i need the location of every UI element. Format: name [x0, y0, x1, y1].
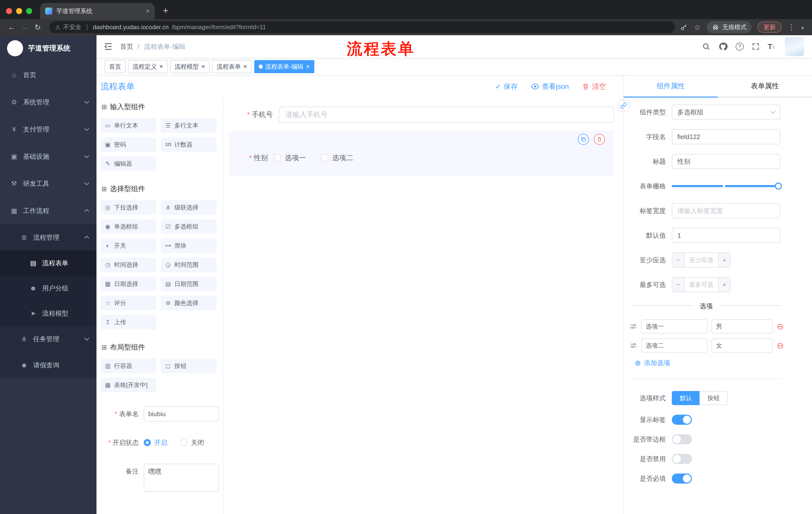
- plus-button[interactable]: +: [718, 278, 730, 292]
- sidebar-item-system[interactable]: ⚙ 系统管理: [0, 88, 96, 116]
- component-counter[interactable]: 123 计数器: [161, 137, 216, 152]
- remove-option-icon[interactable]: [777, 322, 784, 331]
- max-select-placeholder[interactable]: 最多可选: [685, 278, 718, 292]
- form-canvas[interactable]: 手机号: [224, 98, 623, 514]
- view-json-button[interactable]: 查看json: [531, 82, 569, 91]
- breadcrumb-home[interactable]: 首页: [120, 42, 133, 51]
- drag-handle-icon[interactable]: [630, 323, 637, 330]
- form-grid-slider[interactable]: [672, 179, 780, 194]
- search-icon[interactable]: [702, 42, 710, 51]
- clear-button[interactable]: 清空: [582, 82, 606, 91]
- component-table[interactable]: ▦ 表格[开发中]: [100, 378, 156, 392]
- component-password[interactable]: ▣ 密码: [100, 137, 156, 152]
- avatar[interactable]: [785, 37, 804, 56]
- sidebar-item-workflow[interactable]: ▦ 工作流程: [0, 197, 96, 224]
- min-select-placeholder[interactable]: 至少应选: [685, 253, 718, 267]
- fullscreen-icon[interactable]: [752, 43, 760, 51]
- style-default-button[interactable]: 默认: [672, 391, 699, 405]
- option-label-input[interactable]: [641, 339, 707, 353]
- component-rate[interactable]: ☆ 评分: [100, 296, 156, 310]
- component-editor[interactable]: ✎ 编辑器: [100, 156, 156, 171]
- forward-button[interactable]: [18, 21, 31, 34]
- label-width-input[interactable]: [672, 203, 780, 218]
- component-select[interactable]: ◎ 下拉选择: [100, 200, 156, 215]
- browser-update-button[interactable]: 更新: [757, 22, 782, 33]
- close-icon[interactable]: [159, 63, 163, 70]
- component-button[interactable]: ◻ 按钮: [161, 359, 216, 373]
- component-time-picker[interactable]: ◷ 时间选择: [100, 258, 156, 272]
- phone-field-input[interactable]: [279, 107, 614, 123]
- drag-handle-icon[interactable]: [630, 342, 637, 349]
- copy-field-button[interactable]: [578, 134, 589, 145]
- form-remark-textarea[interactable]: 嘿嘿: [144, 464, 219, 492]
- component-date-range[interactable]: ▤ 日期范围: [161, 277, 216, 291]
- component-radio-group[interactable]: ◉ 单选框组: [100, 219, 156, 234]
- window-close-button[interactable]: [6, 8, 12, 14]
- border-switch[interactable]: [672, 434, 692, 444]
- save-button[interactable]: 保存: [495, 82, 518, 91]
- component-switch[interactable]: ◐ 开关: [100, 238, 156, 253]
- sidebar-item-devtools[interactable]: ⚒ 研发工具: [0, 170, 96, 197]
- sidebar-item-infra[interactable]: ▣ 基础设施: [0, 143, 96, 170]
- canvas-field-gender-selected[interactable]: 性别 选项一 选项二: [229, 131, 614, 176]
- sidebar-item-task-mgmt[interactable]: ⋔ 任务管理: [0, 326, 96, 352]
- status-radio-on[interactable]: 开启: [144, 438, 167, 447]
- tab-form-props[interactable]: 表单属性: [718, 76, 812, 97]
- form-name-input[interactable]: [144, 406, 219, 422]
- component-checkbox-group[interactable]: ☑ 多选框组: [161, 219, 216, 234]
- tab-close-icon[interactable]: ×: [146, 7, 150, 15]
- minus-button[interactable]: −: [672, 253, 685, 267]
- option-value-input[interactable]: [712, 319, 773, 333]
- close-icon[interactable]: [243, 63, 247, 70]
- help-icon[interactable]: [736, 43, 744, 51]
- field-name-input[interactable]: [672, 129, 780, 144]
- sidebar-item-payment[interactable]: ¥ 支付管理: [0, 116, 96, 143]
- sidebar-item-process-form[interactable]: ▤ 流程表单: [0, 250, 96, 276]
- minus-button[interactable]: −: [672, 278, 685, 292]
- close-icon[interactable]: [201, 63, 205, 70]
- close-icon[interactable]: [306, 63, 310, 70]
- remove-option-icon[interactable]: [777, 341, 784, 350]
- component-time-range[interactable]: ◶ 时间范围: [161, 258, 216, 272]
- tag-process-definition[interactable]: 流程定义: [128, 60, 168, 73]
- checkbox-icon[interactable]: [321, 154, 328, 161]
- component-date-picker[interactable]: ▦ 日期选择: [100, 277, 156, 291]
- component-row-container[interactable]: ▥ 行容器: [100, 359, 156, 373]
- delete-field-button[interactable]: [594, 134, 605, 145]
- address-bar[interactable]: 不安全 dashboard.yudao.iocoder.cn /bpm/mana…: [49, 21, 675, 33]
- sidebar-item-user-group[interactable]: ☻ 用户分组: [0, 276, 96, 301]
- new-tab-button[interactable]: +: [163, 5, 168, 16]
- sidebar-fold-icon[interactable]: [104, 42, 113, 51]
- option-label-input[interactable]: [641, 319, 707, 333]
- default-value-input[interactable]: [672, 228, 780, 243]
- component-color-picker[interactable]: ⊛ 颜色选择: [161, 296, 216, 310]
- tag-home[interactable]: 首页: [105, 60, 126, 73]
- sidebar-item-leave-query[interactable]: ☻ 请假查询: [0, 352, 96, 378]
- sidebar-item-process-model[interactable]: ➤ 流程模型: [0, 301, 96, 326]
- tag-process-form[interactable]: 流程表单: [212, 60, 252, 73]
- tab-component-props[interactable]: 组件属性: [624, 76, 718, 97]
- component-type-select[interactable]: 多选框组: [672, 105, 780, 120]
- browser-menu-icon[interactable]: [788, 23, 795, 32]
- gender-option-2[interactable]: 选项二: [321, 153, 353, 163]
- checkbox-icon[interactable]: [274, 154, 281, 161]
- component-cascader[interactable]: ⋔ 级联选择: [161, 200, 216, 215]
- window-zoom-button[interactable]: [26, 8, 32, 14]
- status-radio-off[interactable]: 关闭: [180, 438, 204, 447]
- component-upload[interactable]: ↥ 上传: [100, 315, 156, 329]
- bookmark-star-icon[interactable]: [694, 23, 701, 32]
- sidebar-item-process-mgmt[interactable]: ≣ 流程管理: [0, 224, 96, 250]
- disabled-switch[interactable]: [672, 454, 692, 464]
- reload-button[interactable]: [31, 21, 44, 34]
- toolbar-caret-icon[interactable]: [801, 23, 804, 32]
- plus-button[interactable]: +: [718, 253, 730, 267]
- option-value-input[interactable]: [712, 339, 773, 353]
- show-label-switch[interactable]: [672, 415, 692, 425]
- github-icon[interactable]: [719, 42, 728, 51]
- tag-process-model[interactable]: 流程模型: [170, 60, 209, 73]
- add-option-button[interactable]: 添加选项: [635, 359, 812, 368]
- sidebar-logo[interactable]: 芋道管理系统: [0, 35, 96, 61]
- sidebar-item-home[interactable]: ⌂ 首页: [0, 61, 96, 88]
- slider-handle[interactable]: [775, 183, 782, 190]
- gender-option-1[interactable]: 选项一: [274, 153, 306, 163]
